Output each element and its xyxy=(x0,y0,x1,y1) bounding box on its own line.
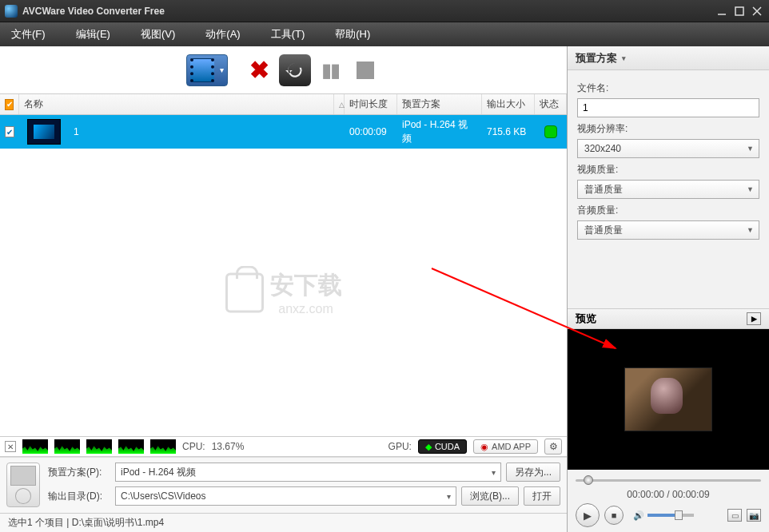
preview-frame xyxy=(624,367,712,431)
audio-quality-combo[interactable]: 普通质量 xyxy=(577,220,759,240)
volume-icon[interactable]: 🔊 xyxy=(633,510,644,521)
watermark-bag-icon xyxy=(225,272,264,312)
cpu-graph-icon xyxy=(150,439,176,454)
playback-time: 00:00:00 / 00:00:09 xyxy=(576,489,761,500)
amd-app-button[interactable]: ◉AMD APP xyxy=(473,439,538,454)
profile-label: 预置方案(P): xyxy=(48,466,110,479)
volume-slider[interactable] xyxy=(647,514,694,517)
cpu-graph-icon xyxy=(118,439,144,454)
maximize-button[interactable] xyxy=(732,5,747,18)
list-header: ✔ 名称 △ 时间长度 预置方案 输出大小 状态 xyxy=(0,94,567,115)
playback-controls: 00:00:00 / 00:00:09 ▶ ■ 🔊 ▭ 📷 xyxy=(568,470,769,532)
gpu-label: GPU: xyxy=(388,441,412,452)
sort-indicator-icon: △ xyxy=(334,94,345,114)
row-checkbox[interactable]: ✔ xyxy=(5,126,14,137)
cpu-graph-icon xyxy=(22,439,48,454)
toolbar: ✖ ▮▮ xyxy=(0,46,567,94)
video-quality-combo[interactable]: 普通质量 xyxy=(577,180,759,199)
minimize-button[interactable] xyxy=(715,5,729,18)
settings-button[interactable]: ⚙ xyxy=(544,439,562,455)
stop-playback-button[interactable]: ■ xyxy=(604,506,624,525)
list-body: 安下载 anxz.com xyxy=(0,149,567,436)
col-profile[interactable]: 预置方案 xyxy=(397,94,482,114)
bottom-panel: 预置方案(P): iPod - H.264 视频 另存为... 输出目录(D):… xyxy=(0,457,567,513)
output-label: 输出目录(D): xyxy=(48,490,110,503)
status-ready-icon xyxy=(544,125,557,138)
cpu-graph-icon xyxy=(86,439,112,454)
menu-file[interactable]: 文件(F) xyxy=(11,27,46,42)
play-button[interactable]: ▶ xyxy=(576,503,600,527)
open-button[interactable]: 打开 xyxy=(524,486,560,506)
col-status[interactable]: 状态 xyxy=(535,94,567,114)
menu-view[interactable]: 视图(V) xyxy=(141,27,175,42)
row-thumbnail xyxy=(27,119,61,145)
close-cpu-icon[interactable]: ✕ xyxy=(5,441,16,452)
pause-button[interactable]: ▮▮ xyxy=(314,54,346,86)
cpu-value: 13.67% xyxy=(212,441,245,452)
convert-button[interactable] xyxy=(279,54,311,86)
row-duration: 00:00:09 xyxy=(345,126,397,137)
row-name: 1 xyxy=(69,126,345,137)
cpu-graph-icon xyxy=(54,439,80,454)
filename-input[interactable] xyxy=(577,98,759,117)
row-profile: iPod - H.264 视频 xyxy=(397,118,482,145)
add-file-button[interactable] xyxy=(186,54,228,86)
output-combo[interactable]: C:\Users\CS\Videos xyxy=(115,486,456,506)
resolution-label: 视频分辨率: xyxy=(577,122,759,136)
delete-button[interactable]: ✖ xyxy=(244,54,276,86)
menu-edit[interactable]: 编辑(E) xyxy=(76,27,110,42)
gear-icon: ⚙ xyxy=(549,441,558,452)
snapshot-folder-button[interactable]: ▭ xyxy=(727,509,742,522)
menu-action[interactable]: 动作(A) xyxy=(205,27,240,42)
window-title: AVCWare Video Converter Free xyxy=(22,6,715,17)
table-row[interactable]: ✔ 1 00:00:09 iPod - H.264 视频 715.6 KB xyxy=(0,115,567,149)
resolution-combo[interactable]: 320x240 xyxy=(577,139,759,158)
status-text: 选中1 个项目 | D:\桌面\说明书\1.mp4 xyxy=(8,516,164,530)
video-quality-label: 视频质量: xyxy=(577,163,759,177)
filename-label: 文件名: xyxy=(577,81,759,95)
menu-tools[interactable]: 工具(T) xyxy=(271,27,305,42)
col-name[interactable]: 名称 xyxy=(19,94,334,114)
app-logo-icon xyxy=(5,5,18,18)
browse-button[interactable]: 浏览(B)... xyxy=(461,486,519,506)
profile-panel-header[interactable]: 预置方案 xyxy=(568,46,769,70)
annotation-arrow-icon xyxy=(272,244,624,412)
title-bar: AVCWare Video Converter Free xyxy=(0,0,769,22)
device-icon[interactable] xyxy=(6,463,40,507)
svg-line-1 xyxy=(432,268,616,348)
menu-help[interactable]: 帮助(H) xyxy=(335,27,370,42)
col-duration[interactable]: 时间长度 xyxy=(345,94,397,114)
menu-bar: 文件(F) 编辑(E) 视图(V) 动作(A) 工具(T) 帮助(H) xyxy=(0,22,769,46)
audio-quality-label: 音频质量: xyxy=(577,204,759,217)
cuda-button[interactable]: ◆CUDA xyxy=(418,439,467,454)
svg-rect-0 xyxy=(735,7,743,15)
stop-button[interactable] xyxy=(349,54,381,86)
cpu-bar: ✕ CPU: 13.67% GPU: ◆CUDA ◉AMD APP ⚙ xyxy=(0,436,567,457)
snapshot-button[interactable]: 📷 xyxy=(747,509,761,522)
profile-combo[interactable]: iPod - H.264 视频 xyxy=(115,463,501,482)
preview-popout-button[interactable]: ▶ xyxy=(747,312,761,325)
select-all-checkbox[interactable]: ✔ xyxy=(0,94,19,114)
seek-slider[interactable] xyxy=(576,474,761,486)
col-size[interactable]: 输出大小 xyxy=(482,94,535,114)
row-size: 715.6 KB xyxy=(482,126,535,137)
close-button[interactable] xyxy=(750,5,764,18)
cpu-label: CPU: xyxy=(182,441,205,452)
save-as-button[interactable]: 另存为... xyxy=(506,463,560,482)
status-bar: 选中1 个项目 | D:\桌面\说明书\1.mp4 xyxy=(0,513,567,532)
